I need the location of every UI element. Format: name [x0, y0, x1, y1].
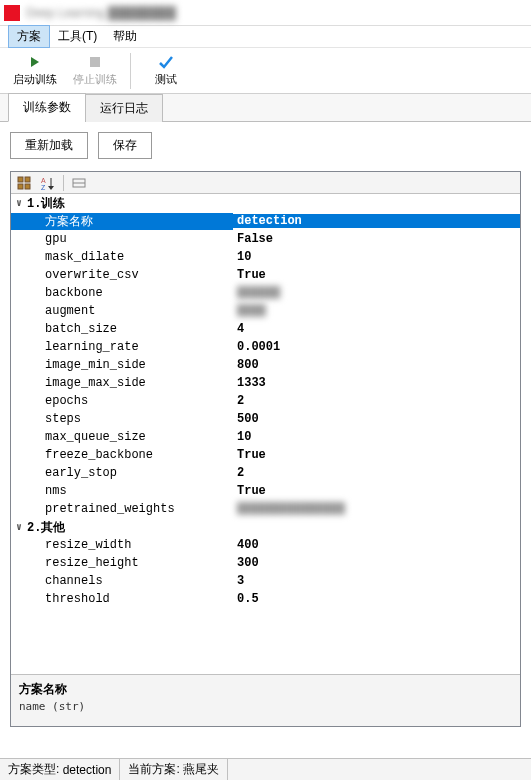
- property-row[interactable]: steps500: [11, 410, 520, 428]
- group-header[interactable]: ∨1.训练: [11, 194, 520, 212]
- play-icon: [27, 54, 43, 70]
- property-value[interactable]: True: [233, 484, 520, 498]
- svg-text:Z: Z: [41, 184, 46, 190]
- app-icon: [4, 5, 20, 21]
- property-row[interactable]: freeze_backboneTrue: [11, 446, 520, 464]
- property-row[interactable]: epochs2: [11, 392, 520, 410]
- menu-scheme[interactable]: 方案: [8, 25, 50, 48]
- categorize-icon[interactable]: [13, 174, 35, 192]
- tab-bar: 训练参数 运行日志: [0, 94, 531, 122]
- status-bar: 方案类型: detection 当前方案: 燕尾夹: [0, 758, 531, 780]
- property-row[interactable]: gpuFalse: [11, 230, 520, 248]
- property-name: nms: [11, 484, 233, 498]
- start-training-label: 启动训练: [13, 72, 57, 87]
- property-value[interactable]: 0.0001: [233, 340, 520, 354]
- property-row[interactable]: mask_dilate10: [11, 248, 520, 266]
- property-value[interactable]: 2: [233, 394, 520, 408]
- property-value[interactable]: 500: [233, 412, 520, 426]
- property-value[interactable]: 10: [233, 250, 520, 264]
- toolbar: 启动训练 停止训练 测试: [0, 48, 531, 94]
- grid-toolbar: AZ: [11, 172, 520, 194]
- property-grid-body[interactable]: ∨1.训练方案名称detectiongpuFalsemask_dilate10o…: [11, 194, 520, 674]
- svg-rect-3: [25, 177, 30, 182]
- property-name: batch_size: [11, 322, 233, 336]
- property-row[interactable]: pretrained_weights███████████████: [11, 500, 520, 518]
- property-row[interactable]: image_min_side800: [11, 356, 520, 374]
- property-grid: AZ ∨1.训练方案名称detectiongpuFalsemask_dilate…: [10, 171, 521, 727]
- property-name: freeze_backbone: [11, 448, 233, 462]
- property-row[interactable]: threshold0.5: [11, 590, 520, 608]
- chevron-down-icon[interactable]: ∨: [13, 197, 25, 209]
- svg-rect-4: [18, 184, 23, 189]
- svg-text:A: A: [41, 177, 46, 184]
- tab-train-params[interactable]: 训练参数: [8, 93, 86, 122]
- window-title: Deep Learning ████████: [26, 6, 176, 20]
- property-name: early_stop: [11, 466, 233, 480]
- check-icon: [158, 54, 174, 70]
- property-name: image_max_side: [11, 376, 233, 390]
- start-training-button[interactable]: 启动训练: [8, 50, 62, 92]
- property-value[interactable]: detection: [233, 214, 520, 228]
- property-row[interactable]: batch_size4: [11, 320, 520, 338]
- test-button[interactable]: 测试: [139, 50, 193, 92]
- property-value[interactable]: 2: [233, 466, 520, 480]
- menu-help[interactable]: 帮助: [105, 26, 145, 47]
- reload-button[interactable]: 重新加载: [10, 132, 88, 159]
- property-row[interactable]: resize_width400: [11, 536, 520, 554]
- sort-alpha-icon[interactable]: AZ: [37, 174, 59, 192]
- property-name: max_queue_size: [11, 430, 233, 444]
- property-row[interactable]: overwrite_csvTrue: [11, 266, 520, 284]
- property-value[interactable]: ████: [233, 304, 520, 318]
- property-name: 方案名称: [11, 213, 233, 230]
- svg-rect-5: [25, 184, 30, 189]
- svg-marker-0: [31, 57, 39, 67]
- property-name: mask_dilate: [11, 250, 233, 264]
- save-button[interactable]: 保存: [98, 132, 152, 159]
- property-row[interactable]: image_max_side1333: [11, 374, 520, 392]
- stop-training-button[interactable]: 停止训练: [68, 50, 122, 92]
- property-value[interactable]: False: [233, 232, 520, 246]
- property-name: threshold: [11, 592, 233, 606]
- property-name: channels: [11, 574, 233, 588]
- description-title: 方案名称: [19, 681, 512, 698]
- toolbar-separator: [130, 53, 131, 89]
- property-value[interactable]: True: [233, 268, 520, 282]
- description-body: name (str): [19, 700, 512, 713]
- property-name: resize_width: [11, 538, 233, 552]
- property-row[interactable]: learning_rate0.0001: [11, 338, 520, 356]
- grid-tool-3-icon[interactable]: [68, 174, 90, 192]
- menu-bar: 方案 工具(T) 帮助: [0, 26, 531, 48]
- property-name: overwrite_csv: [11, 268, 233, 282]
- grid-toolbar-separator: [63, 175, 64, 191]
- property-row[interactable]: 方案名称detection: [11, 212, 520, 230]
- property-name: resize_height: [11, 556, 233, 570]
- svg-marker-9: [48, 186, 54, 190]
- property-name: image_min_side: [11, 358, 233, 372]
- property-name: backbone: [11, 286, 233, 300]
- property-row[interactable]: early_stop2: [11, 464, 520, 482]
- property-row[interactable]: channels3: [11, 572, 520, 590]
- property-value[interactable]: 1333: [233, 376, 520, 390]
- property-row[interactable]: nmsTrue: [11, 482, 520, 500]
- property-value[interactable]: ███████████████: [233, 502, 520, 516]
- property-row[interactable]: resize_height300: [11, 554, 520, 572]
- status-current-value: 燕尾夹: [183, 761, 219, 778]
- svg-rect-2: [18, 177, 23, 182]
- description-panel: 方案名称 name (str): [11, 674, 520, 726]
- group-header[interactable]: ∨2.其他: [11, 518, 520, 536]
- property-value[interactable]: ██████: [233, 286, 520, 300]
- property-value[interactable]: 0.5: [233, 592, 520, 606]
- property-value[interactable]: 800: [233, 358, 520, 372]
- menu-tools[interactable]: 工具(T): [50, 26, 105, 47]
- property-value[interactable]: 400: [233, 538, 520, 552]
- property-value[interactable]: 3: [233, 574, 520, 588]
- property-value[interactable]: True: [233, 448, 520, 462]
- property-value[interactable]: 300: [233, 556, 520, 570]
- tab-run-log[interactable]: 运行日志: [85, 94, 163, 122]
- property-row[interactable]: backbone██████: [11, 284, 520, 302]
- property-row[interactable]: augment████: [11, 302, 520, 320]
- property-value[interactable]: 10: [233, 430, 520, 444]
- property-row[interactable]: max_queue_size10: [11, 428, 520, 446]
- property-value[interactable]: 4: [233, 322, 520, 336]
- chevron-down-icon[interactable]: ∨: [13, 521, 25, 533]
